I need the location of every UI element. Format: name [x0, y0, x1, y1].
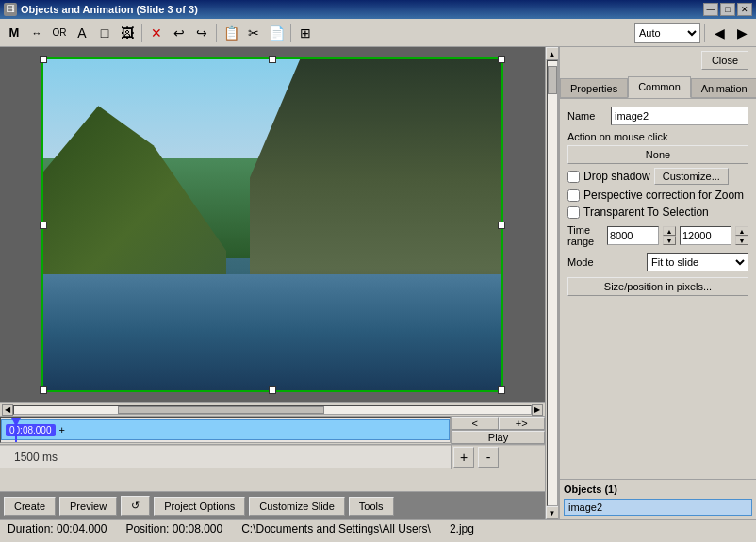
handle-mid-right[interactable] — [498, 222, 505, 229]
title-bar-left: 🎞 Objects and Animation (Slide 3 of 3) — [4, 3, 198, 16]
canvas-vscroll[interactable]: ▲ ▼ — [545, 47, 558, 519]
play-button[interactable]: Play — [452, 431, 545, 444]
customize-button[interactable]: Customize... — [654, 168, 729, 185]
drop-shadow-checkbox[interactable] — [567, 171, 580, 183]
add-marker[interactable]: + — [59, 424, 65, 435]
time-end-input[interactable] — [680, 226, 731, 245]
vscroll-track[interactable] — [547, 60, 558, 506]
objects-section: Objects (1) image2 — [560, 479, 756, 519]
tool-paste[interactable]: 📄 — [266, 23, 287, 43]
minimize-button[interactable]: — — [703, 3, 718, 16]
name-input[interactable] — [611, 107, 748, 125]
handle-bottom-center[interactable] — [269, 386, 276, 394]
vscroll-up[interactable]: ▲ — [546, 47, 559, 60]
handle-top-right[interactable] — [498, 56, 505, 63]
window-controls[interactable]: — □ ✕ — [703, 3, 752, 16]
tools-button[interactable]: Tools — [349, 497, 394, 516]
name-label: Name — [567, 110, 607, 122]
canvas-area: ◀ ▶ 00:08.000 + — [0, 47, 545, 519]
perspective-checkbox[interactable] — [567, 189, 580, 202]
time-start-input[interactable] — [607, 226, 659, 245]
remove-button[interactable]: - — [478, 447, 499, 468]
time-end-spinners: ▲ ▼ — [735, 226, 748, 245]
hscroll-track[interactable] — [13, 405, 532, 415]
slide-canvas[interactable] — [0, 47, 545, 402]
canvas-hscroll[interactable]: ◀ ▶ — [0, 402, 545, 416]
timeline-track[interactable]: 00:08.000 + — [0, 417, 451, 443]
objects-header: Objects (1) — [564, 484, 752, 495]
action-label: Action on mouse click — [567, 131, 748, 142]
tool-image[interactable]: 🖼 — [117, 23, 138, 43]
tool-m[interactable]: M — [4, 23, 25, 43]
right-panel: Close Properties Common Animation Name A… — [558, 47, 756, 519]
separator-1 — [141, 24, 142, 42]
hscroll-thumb[interactable] — [118, 406, 324, 414]
create-button[interactable]: Create — [4, 497, 56, 516]
action-none-button[interactable]: None — [567, 145, 748, 164]
tool-or[interactable]: OR — [49, 23, 70, 43]
handle-top-center[interactable] — [269, 56, 276, 63]
status-path: C:\Documents and Settings\All Users\ — [241, 522, 431, 535]
tabs: Properties Common Animation — [560, 74, 756, 99]
tool-delete[interactable]: ✕ — [146, 23, 167, 43]
tool-undo[interactable]: ↩ — [169, 23, 189, 43]
timeline-area: 00:08.000 + < +> Play — [0, 416, 545, 491]
hscroll-left[interactable]: ◀ — [2, 404, 13, 416]
time-end-down[interactable]: ▼ — [735, 236, 748, 245]
add-button[interactable]: + — [453, 447, 474, 468]
handle-bottom-right[interactable] — [498, 386, 505, 394]
zoom-dropdown[interactable]: Auto 50% 100% — [634, 23, 700, 43]
mode-select[interactable]: Fit to slide Stretch Crop — [647, 253, 748, 271]
status-position: Position: 00:08.000 — [125, 522, 222, 535]
vscroll-thumb[interactable] — [548, 66, 557, 94]
maximize-button[interactable]: □ — [720, 3, 735, 16]
object-item-image2[interactable]: image2 — [564, 499, 752, 516]
tool-text[interactable]: A — [72, 23, 92, 43]
hscroll-right[interactable]: ▶ — [532, 404, 543, 416]
time-start-up[interactable]: ▲ — [663, 226, 676, 236]
handle-bottom-left[interactable] — [40, 386, 47, 394]
action-row: Action on mouse click None — [567, 131, 748, 164]
slide-image-container[interactable] — [41, 57, 503, 392]
tool-copy[interactable]: 📋 — [221, 23, 241, 43]
size-position-button[interactable]: Size/position in pixels... — [567, 277, 748, 296]
time-end-up[interactable]: ▲ — [735, 226, 748, 236]
separator-2 — [216, 24, 217, 42]
nav-prev-button[interactable]: ◀ — [709, 23, 730, 43]
tab-common[interactable]: Common — [628, 76, 691, 98]
customize-slide-button[interactable]: Customize Slide — [249, 497, 344, 516]
vscroll-down[interactable]: ▼ — [546, 506, 559, 519]
time-range-row: Time range ▲ ▼ ▲ ▼ — [567, 224, 748, 247]
project-options-button[interactable]: Project Options — [154, 497, 245, 516]
handle-mid-left[interactable] — [40, 222, 47, 229]
tool-redo[interactable]: ↪ — [191, 23, 212, 43]
close-area: Close — [560, 47, 756, 74]
close-button[interactable]: Close — [701, 51, 748, 70]
timeline-next-button[interactable]: +> — [499, 417, 546, 430]
refresh-button[interactable]: ↺ — [121, 496, 150, 516]
tab-properties[interactable]: Properties — [560, 78, 628, 98]
tool-cut[interactable]: ✂ — [243, 23, 264, 43]
mode-row: Mode Fit to slide Stretch Crop — [567, 253, 748, 271]
timeline-track-area[interactable]: 00:08.000 + — [0, 417, 451, 444]
drop-shadow-label: Drop shadow — [583, 170, 650, 183]
transparent-checkbox[interactable] — [567, 206, 580, 219]
tab-animation[interactable]: Animation — [691, 78, 756, 98]
water-layer — [43, 274, 501, 390]
time-range-label: Time range — [567, 224, 603, 247]
tool-grid[interactable]: ⊞ — [295, 23, 316, 43]
tool-stretch[interactable]: ↔ — [26, 23, 47, 43]
slide-image — [43, 59, 501, 390]
nav-next-button[interactable]: ▶ — [731, 23, 752, 43]
timeline-block[interactable]: 00:08.000 + — [1, 419, 450, 440]
close-window-button[interactable]: ✕ — [737, 3, 752, 16]
tool-shape[interactable]: □ — [94, 23, 115, 43]
timeline-prev-button[interactable]: < — [452, 417, 499, 430]
drop-shadow-row: Drop shadow Customize... — [567, 168, 748, 185]
checkboxes-area: Drop shadow Customize... Perspective cor… — [567, 168, 748, 219]
preview-button[interactable]: Preview — [59, 497, 117, 516]
time-start-down[interactable]: ▼ — [663, 236, 676, 245]
timeline-add-remove: + - — [451, 445, 545, 469]
time-label: 00:08.000 — [6, 424, 56, 436]
handle-top-left[interactable] — [40, 56, 47, 63]
